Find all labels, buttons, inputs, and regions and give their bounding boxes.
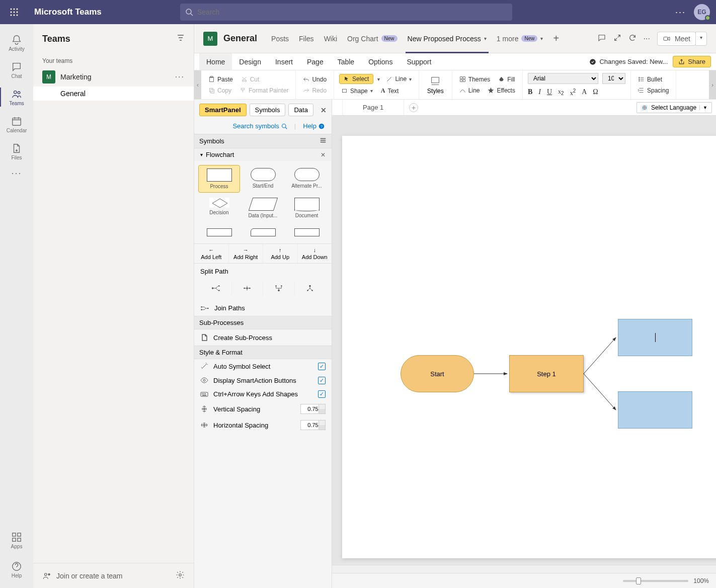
- menu-options[interactable]: Options: [361, 53, 400, 70]
- language-selector[interactable]: Select Language ▼: [637, 102, 712, 113]
- smartpanel-tab[interactable]: SmartPanel: [199, 104, 247, 116]
- effects-button[interactable]: Effects: [486, 86, 517, 95]
- ribbon-collapse-left[interactable]: ‹: [194, 70, 201, 99]
- refresh-icon[interactable]: [628, 34, 637, 44]
- flowchart-step1-shape[interactable]: Step 1: [509, 355, 584, 392]
- meet-button[interactable]: Meet: [657, 32, 696, 46]
- ctrl-arrow-checkbox[interactable]: ✓: [318, 390, 326, 398]
- app-launcher-icon[interactable]: [6, 4, 22, 20]
- page-tab-1[interactable]: Page 1: [342, 100, 404, 115]
- italic-button[interactable]: I: [538, 88, 541, 97]
- zoom-slider[interactable]: [623, 580, 688, 582]
- format-painter-button[interactable]: Format Painter: [237, 86, 290, 95]
- join-paths-button[interactable]: Join Paths: [194, 300, 332, 316]
- team-more-icon[interactable]: ···: [175, 72, 185, 81]
- header-more-icon[interactable]: ···: [675, 7, 686, 18]
- user-avatar[interactable]: EG: [694, 4, 710, 20]
- shape-partial[interactable]: [198, 225, 240, 239]
- rail-more-icon[interactable]: ···: [11, 168, 22, 179]
- fill-button[interactable]: Fill: [496, 75, 517, 84]
- themes-button[interactable]: Themes: [457, 75, 492, 84]
- flowchart-start-shape[interactable]: Start: [401, 355, 474, 392]
- menu-support[interactable]: Support: [400, 53, 438, 70]
- tab-files[interactable]: Files: [294, 24, 319, 53]
- reply-icon[interactable]: [597, 33, 606, 44]
- channel-general[interactable]: General: [33, 87, 194, 101]
- collapse-icon[interactable]: ▾: [200, 152, 203, 157]
- spacing-button[interactable]: Spacing: [636, 86, 671, 95]
- close-panel-icon[interactable]: ✕: [321, 106, 327, 114]
- data-tab[interactable]: Data: [288, 104, 313, 116]
- shape-partial[interactable]: [242, 225, 284, 239]
- add-up-button[interactable]: ↑Add Up: [263, 244, 298, 263]
- bold-button[interactable]: B: [528, 88, 532, 97]
- add-tab-button[interactable]: +: [553, 33, 559, 44]
- tab-new-proposed-process[interactable]: New Proposed Process ▾: [403, 24, 492, 53]
- split-option-2[interactable]: [232, 281, 264, 295]
- rail-help[interactable]: Help: [0, 556, 33, 583]
- help-link[interactable]: Help ?: [303, 122, 325, 130]
- auto-symbol-checkbox[interactable]: ✓: [318, 363, 326, 370]
- shape-decision[interactable]: Decision: [198, 195, 240, 221]
- menu-insert[interactable]: Insert: [268, 53, 300, 70]
- team-row-marketing[interactable]: M Marketing ···: [33, 67, 194, 87]
- menu-design[interactable]: Design: [232, 53, 268, 70]
- channel-more-icon[interactable]: ···: [644, 34, 650, 43]
- ribbon-collapse-right[interactable]: ›: [709, 70, 716, 99]
- menu-page[interactable]: Page: [300, 53, 331, 70]
- vspacing-input[interactable]: 0.75: [300, 404, 326, 414]
- flowchart-shape-top[interactable]: [618, 319, 692, 356]
- text-tool-button[interactable]: AText: [379, 86, 401, 96]
- line-style-button[interactable]: Line: [457, 86, 482, 95]
- shape-tool-button[interactable]: Shape▾: [339, 87, 375, 96]
- rail-teams[interactable]: Teams: [0, 83, 33, 111]
- split-option-3[interactable]: [263, 281, 295, 295]
- split-option-4[interactable]: [295, 281, 326, 295]
- line-tool-button[interactable]: Line▾: [384, 74, 414, 83]
- add-left-button[interactable]: ←Add Left: [194, 244, 229, 263]
- join-team-label[interactable]: Join or create a team: [56, 572, 123, 580]
- rail-activity[interactable]: Activity: [0, 29, 33, 56]
- filter-icon[interactable]: [177, 34, 185, 44]
- shape-start-end[interactable]: Start/End: [242, 165, 284, 193]
- shape-document[interactable]: Document: [286, 195, 328, 221]
- font-name-select[interactable]: Arial: [528, 73, 598, 84]
- close-group-icon[interactable]: ✕: [321, 151, 326, 158]
- create-sub-process-button[interactable]: Create Sub-Process: [194, 329, 332, 346]
- underline-button[interactable]: U: [547, 88, 552, 97]
- split-option-1[interactable]: [200, 281, 232, 295]
- search-symbols-link[interactable]: Search symbols: [232, 122, 287, 130]
- add-page-button[interactable]: +: [409, 103, 418, 112]
- redo-button[interactable]: Redo: [301, 86, 329, 95]
- shape-process[interactable]: Process: [198, 165, 240, 193]
- font-color-button[interactable]: A: [582, 88, 587, 97]
- display-buttons-checkbox[interactable]: ✓: [318, 377, 326, 384]
- hspacing-input[interactable]: 0.75: [300, 420, 326, 430]
- rail-chat[interactable]: Chat: [0, 56, 33, 83]
- shape-data-input-[interactable]: Data (Input...: [242, 195, 284, 221]
- rail-apps[interactable]: Apps: [0, 527, 33, 554]
- page-surface[interactable]: Start Step 1: [342, 136, 716, 558]
- canvas-scroll[interactable]: Start Step 1: [332, 116, 716, 573]
- search-input[interactable]: [197, 8, 507, 16]
- tab-more[interactable]: 1 more New ▾: [492, 24, 548, 53]
- horizontal-scrollbar[interactable]: [332, 565, 716, 573]
- bullet-button[interactable]: Bullet: [636, 75, 671, 84]
- add-down-button[interactable]: ↓Add Down: [298, 244, 332, 263]
- cut-button[interactable]: Cut: [239, 75, 262, 84]
- share-button[interactable]: Share: [673, 56, 711, 67]
- subscript-button[interactable]: x2: [558, 88, 564, 97]
- add-right-button[interactable]: →Add Right: [229, 244, 264, 263]
- shape-partial[interactable]: [286, 225, 328, 239]
- menu-table[interactable]: Table: [331, 53, 361, 70]
- tab-wiki[interactable]: Wiki: [319, 24, 342, 53]
- search-bar[interactable]: [180, 4, 512, 21]
- select-dropdown[interactable]: ▾: [377, 76, 380, 82]
- symbols-tab[interactable]: Symbols: [250, 104, 286, 116]
- menu-home[interactable]: Home: [199, 53, 232, 70]
- tab-orgchart[interactable]: Org Chart New: [342, 24, 402, 53]
- meet-dropdown[interactable]: ▾: [695, 32, 707, 46]
- gear-icon[interactable]: [176, 570, 185, 581]
- flowchart-shape-bottom[interactable]: [618, 391, 692, 429]
- styles-button[interactable]: Styles: [419, 70, 452, 99]
